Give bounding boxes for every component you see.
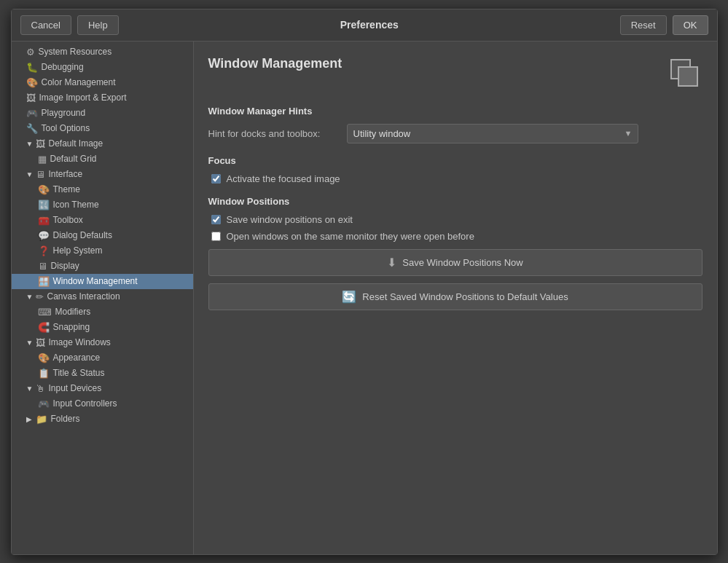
sidebar-item-appearance[interactable]: 🎨 Appearance (12, 350, 193, 366)
sidebar-item-label: Playground (42, 108, 86, 118)
system-resources-icon: ⚙ (26, 47, 35, 58)
sidebar-item-label: Input Controllers (53, 398, 117, 409)
sidebar-item-label: System Resources (39, 47, 112, 57)
sidebar-item-folders[interactable]: ▶ 📁 Folders (12, 412, 193, 427)
sidebar-item-label: Default Image (49, 138, 103, 149)
save-window-positions-button[interactable]: ⬇ Save Window Positions Now (208, 249, 702, 276)
save-on-exit-checkbox[interactable] (211, 215, 221, 224)
sidebar-item-label: Window Management (53, 276, 138, 286)
sidebar-item-label: Dialog Defaults (53, 230, 112, 240)
sidebar-item-icon-theme[interactable]: 🔣 Icon Theme (12, 197, 193, 213)
default-grid-icon: ▦ (38, 154, 47, 165)
sidebar-item-label: Interface (49, 169, 83, 179)
sidebar-item-label: Folders (51, 414, 80, 424)
titlebar: Cancel Help Preferences Reset OK (12, 9, 717, 42)
sidebar-item-input-devices[interactable]: ▼ 🖱 Input Devices (12, 381, 193, 396)
modifiers-icon: ⌨ (38, 307, 52, 318)
sidebar-item-label: Appearance (53, 353, 101, 363)
reset-button[interactable]: Reset (620, 15, 667, 35)
color-management-icon: 🎨 (26, 77, 38, 88)
sidebar-item-label: Theme (53, 184, 80, 194)
activate-focused-checkbox[interactable] (211, 174, 221, 184)
folders-icon: 📁 (36, 414, 47, 425)
sidebar-item-label: Input Devices (49, 383, 102, 393)
icon-theme-icon: 🔣 (38, 200, 50, 210)
sidebar-item-interface[interactable]: ▼ 🖥 Interface (12, 167, 193, 182)
sidebar-item-image-import-export[interactable]: 🖼 Image Import & Export (12, 90, 193, 106)
sidebar-item-image-windows[interactable]: ▼ 🖼 Image Windows (12, 335, 193, 350)
interface-icon: 🖥 (36, 169, 45, 180)
help-system-icon: ❓ (38, 245, 50, 256)
sidebar-item-input-controllers[interactable]: 🎮 Input Controllers (12, 396, 193, 412)
collapse-arrow: ▼ (26, 140, 34, 148)
hint-select[interactable]: Utility window Normal window Dock (347, 124, 638, 143)
sidebar-item-dialog-defaults[interactable]: 💬 Dialog Defaults (12, 228, 193, 243)
focus-label: Focus (208, 155, 702, 166)
sidebar-item-toolbox[interactable]: 🧰 Toolbox (12, 213, 193, 228)
collapse-arrow: ▼ (26, 339, 34, 347)
window-positions-label: Window Positions (208, 196, 702, 207)
sidebar-item-tool-options[interactable]: 🔧 Tool Options (12, 121, 193, 136)
window-management-icon: 🪟 (38, 276, 50, 287)
reset-label: Reset Saved Window Positions to Default … (362, 291, 568, 302)
sidebar-item-window-management[interactable]: 🪟 Window Management (12, 274, 193, 289)
sidebar: ⚙ System Resources 🐛 Debugging 🎨 Color M… (12, 42, 194, 554)
save-now-label: Save Window Positions Now (402, 257, 522, 268)
window-manager-hints-label: Window Manager Hints (208, 106, 702, 117)
sidebar-item-display[interactable]: 🖥 Display (12, 259, 193, 274)
titlebar-right: Reset OK (620, 15, 708, 35)
sidebar-item-title-status[interactable]: 📋 Title & Status (12, 366, 193, 381)
activate-focused-label: Activate the focused image (227, 173, 340, 184)
sidebar-item-default-grid[interactable]: ▦ Default Grid (12, 151, 193, 167)
panel-icon (668, 56, 702, 91)
sidebar-item-label: Toolbox (53, 215, 83, 225)
dialog-defaults-icon: 💬 (38, 230, 50, 241)
playground-icon: 🎮 (26, 108, 38, 119)
image-windows-icon: 🖼 (36, 337, 45, 348)
tool-options-icon: 🔧 (26, 123, 38, 134)
sidebar-item-canvas-interaction[interactable]: ▼ ✏ Canvas Interaction (12, 289, 193, 304)
save-on-exit-row: Save window positions on exit (208, 214, 702, 225)
sidebar-item-debugging[interactable]: 🐛 Debugging (12, 60, 193, 75)
hint-select-wrapper: Utility window Normal window Dock ▼ (347, 124, 638, 143)
sidebar-item-label: Display (51, 261, 79, 271)
snapping-icon: 🧲 (38, 322, 50, 333)
sidebar-item-modifiers[interactable]: ⌨ Modifiers (12, 304, 193, 320)
sidebar-item-label: Image Windows (49, 337, 111, 347)
theme-icon: 🎨 (38, 184, 50, 195)
main-panel: Window Management Window Manager Hints H… (194, 42, 717, 554)
sidebar-item-playground[interactable]: 🎮 Playground (12, 106, 193, 121)
reset-icon: 🔄 (342, 290, 356, 304)
appearance-icon: 🎨 (38, 353, 50, 363)
ok-button[interactable]: OK (673, 15, 708, 35)
cancel-button[interactable]: Cancel (20, 15, 71, 35)
sidebar-item-label: Image Import & Export (39, 92, 127, 103)
sidebar-item-label: Icon Theme (53, 200, 99, 210)
reset-window-positions-button[interactable]: 🔄 Reset Saved Window Positions to Defaul… (208, 283, 702, 310)
same-monitor-row: Open windows on the same monitor they we… (208, 231, 702, 242)
same-monitor-checkbox[interactable] (211, 232, 221, 241)
sidebar-item-theme[interactable]: 🎨 Theme (12, 182, 193, 197)
sidebar-item-help-system[interactable]: ❓ Help System (12, 243, 193, 259)
help-button[interactable]: Help (77, 15, 119, 35)
sidebar-item-snapping[interactable]: 🧲 Snapping (12, 320, 193, 335)
panel-title: Window Management (208, 56, 343, 71)
sidebar-item-label: Default Grid (50, 154, 97, 164)
hint-form-row: Hint for docks and toolbox: Utility wind… (208, 124, 702, 143)
main-content: ⚙ System Resources 🐛 Debugging 🎨 Color M… (12, 42, 717, 554)
input-devices-icon: 🖱 (36, 383, 45, 394)
sidebar-item-label: Modifiers (55, 307, 91, 317)
collapse-arrow: ▼ (26, 385, 34, 393)
sidebar-item-label: Tool Options (42, 123, 90, 133)
expand-arrow: ▶ (26, 415, 34, 423)
canvas-interaction-icon: ✏ (36, 291, 44, 302)
panel-header: Window Management (208, 56, 702, 91)
sidebar-item-color-management[interactable]: 🎨 Color Management (12, 75, 193, 90)
sidebar-item-system-resources[interactable]: ⚙ System Resources (12, 44, 193, 60)
toolbox-icon: 🧰 (38, 215, 50, 226)
sidebar-item-default-image[interactable]: ▼ 🖼 Default Image (12, 136, 193, 151)
debugging-icon: 🐛 (26, 62, 38, 73)
title-status-icon: 📋 (38, 368, 50, 379)
dialog-title: Preferences (125, 19, 614, 31)
collapse-arrow: ▼ (26, 293, 34, 301)
